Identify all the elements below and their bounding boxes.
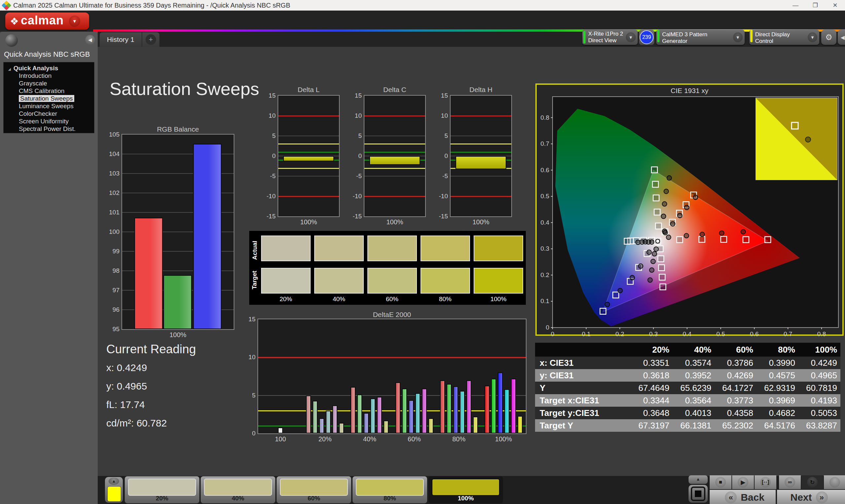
pattern-button-100%[interactable]: 100% <box>428 476 503 503</box>
collapse-panel-button[interactable]: ◀ <box>838 30 845 45</box>
limit-line <box>451 196 511 197</box>
minimize-button[interactable]: — <box>786 0 805 11</box>
deltae-bar <box>422 389 427 433</box>
y-tick-label: 103 <box>109 170 120 177</box>
deltae-bar <box>498 372 503 433</box>
y-tick-label: 100 <box>109 228 120 235</box>
pattern-window-button[interactable] <box>689 485 708 503</box>
meter-dropdown[interactable]: X-Rite i1Pro 2 Direct View ▼ <box>582 30 638 45</box>
cie-target-square <box>653 181 658 187</box>
pattern-preview-button[interactable]: ▲ <box>105 477 123 503</box>
svg-text:0: 0 <box>546 324 549 331</box>
close-button[interactable]: ✕ <box>825 0 845 11</box>
table-row-label: Target x:CIE31 <box>535 395 631 406</box>
chevron-down-icon: ▼ <box>626 32 636 42</box>
cie-target-square <box>658 256 664 262</box>
tree-root-quick-analysis[interactable]: ◢Quick Analysis <box>4 64 94 72</box>
cie-measured-point <box>664 189 668 194</box>
sidebar-item-grayscale[interactable]: Grayscale <box>4 79 94 87</box>
pattern-button-20%[interactable]: 20% <box>125 476 199 503</box>
sidebar-item-cms-calibration[interactable]: CMS Calibration <box>4 87 94 95</box>
target-swatch-40% <box>314 268 364 293</box>
sidebar-item-luminance-sweeps[interactable]: Luminance Sweeps <box>4 102 94 110</box>
y-tick-label: -15 <box>353 213 362 220</box>
transport-stop-button[interactable]: ■ <box>710 475 732 489</box>
settings-button[interactable]: ⚙ <box>821 30 837 45</box>
limit-line <box>365 168 425 169</box>
expander-icon: ◢ <box>8 67 11 71</box>
cie-measured-point <box>638 264 643 269</box>
cie-target-square <box>677 237 683 243</box>
swatch-comparison-panel: ActualTarget20%40%60%80%100% <box>249 231 526 305</box>
current-reading-cdm2: cd/m²: 60.782 <box>106 418 196 429</box>
pattern-button-60%[interactable]: 60% <box>277 476 351 503</box>
deltae-bar <box>395 382 400 433</box>
continuous-icon: ∞ <box>785 477 795 487</box>
tab-strip: History 1 + X-Rite i1Pro 2 Direct View ▼… <box>98 32 845 47</box>
blank-icon <box>829 477 840 487</box>
maximize-button[interactable]: ❐ <box>805 0 825 11</box>
sidebar-collapse-icon[interactable]: ◀ <box>85 35 95 45</box>
cie-measured-point <box>663 230 667 235</box>
limit-line <box>278 152 339 153</box>
display-control-name: Direct Display Control <box>755 31 808 44</box>
table-cell: 0.3564 <box>673 395 715 406</box>
pattern-button-40%[interactable]: 40% <box>201 476 275 503</box>
limit-line <box>278 196 339 197</box>
delta-l-title: Delta L <box>278 86 340 94</box>
y-tick-label: 10 <box>249 354 256 361</box>
back-button[interactable]: « Back <box>710 490 776 504</box>
cie-measured-point <box>618 288 622 293</box>
svg-text:0.1: 0.1 <box>582 330 591 338</box>
calman-dropdown-arrow-icon[interactable]: ▼ <box>69 16 80 27</box>
deltae-bar <box>351 387 355 433</box>
calman-menu-button[interactable]: ❖ calman ▼ <box>5 13 89 30</box>
cie-target-square <box>653 195 659 201</box>
table-cell: 0.3618 <box>631 371 673 381</box>
limit-line <box>258 357 526 358</box>
deltae-bar <box>415 393 420 433</box>
pattern-swatch <box>280 479 348 496</box>
y-tick-label: 10 <box>441 112 448 120</box>
sidebar-item-screen-uniformity[interactable]: Screen Uniformity <box>4 118 94 125</box>
tab-history-1[interactable]: History 1 + <box>100 32 159 47</box>
target-swatch-20% <box>261 268 311 293</box>
table-col-header: 60% <box>715 345 757 355</box>
transport-pattern-window-button[interactable]: [··] <box>755 475 776 489</box>
x-axis-label: 100% <box>122 331 234 339</box>
sidebar-item-colorchecker[interactable]: ColorChecker <box>4 110 94 118</box>
next-button[interactable]: Next » <box>777 490 845 504</box>
measurement-table: 20%40%60%80%100%x: CIE310.33510.35740.37… <box>535 343 840 432</box>
current-reading-x: x: 0.4249 <box>106 362 196 373</box>
display-control-dropdown[interactable]: Direct Display Control ▼ <box>749 30 819 45</box>
pattern-button-80%[interactable]: 80% <box>353 476 427 503</box>
transport-continuous-button[interactable]: ∞ <box>779 475 801 489</box>
pattern-generator-dropdown[interactable]: CalMED 3 Pattern Generator ▼ <box>656 30 745 45</box>
y-tick-label: -5 <box>270 173 276 180</box>
y-tick-label: 99 <box>112 248 120 255</box>
table-cell: 60.7819 <box>798 383 840 393</box>
svg-text:0.2: 0.2 <box>616 330 624 338</box>
y-tick-label: -10 <box>439 193 448 200</box>
limit-line <box>451 115 511 116</box>
delta-bar <box>283 156 334 161</box>
y-tick-label: 97 <box>112 287 120 294</box>
deltae-bar <box>473 417 478 433</box>
delta-h-chart: -15-10-5051015100% <box>450 95 512 217</box>
sidebar-item-introduction[interactable]: Introduction <box>4 72 94 79</box>
add-tab-button[interactable]: + <box>142 32 159 47</box>
pattern-panel-expand-button[interactable]: ▲ <box>689 475 708 484</box>
transport-blank-button[interactable] <box>824 475 845 489</box>
deltae-bar <box>332 406 337 433</box>
sidebar-item-spectral-power-dist-[interactable]: Spectral Power Dist. <box>4 125 94 132</box>
transport-play-button[interactable]: ▶ <box>732 475 754 489</box>
deltae-bar <box>485 385 490 433</box>
svg-text:0.3: 0.3 <box>541 245 549 252</box>
sync-icon: ↻ <box>807 477 817 487</box>
transport-sync-button[interactable]: ↻ <box>802 475 823 489</box>
limit-line <box>365 143 425 144</box>
workflow-sphere-button[interactable] <box>5 34 18 47</box>
rgb-balance-title: RGB Balance <box>122 125 234 133</box>
sidebar-item-saturation-sweeps[interactable]: Saturation Sweeps <box>4 95 94 102</box>
deltae-2000-chart: 05101510020%40%60%80%100% <box>258 319 527 434</box>
